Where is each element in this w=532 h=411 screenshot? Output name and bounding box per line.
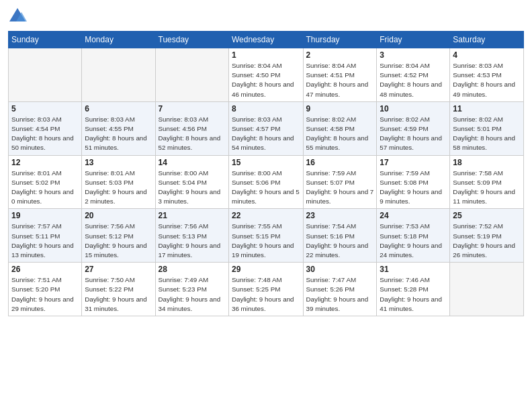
day-number: 13	[85, 158, 152, 167]
day-info: Sunrise: 8:02 AMSunset: 4:59 PMDaylight:…	[380, 115, 447, 153]
logo-icon	[8, 7, 27, 26]
day-number: 16	[306, 158, 374, 167]
calendar-day-cell: 31Sunrise: 7:46 AMSunset: 5:28 PMDayligh…	[377, 263, 450, 316]
day-number: 6	[85, 104, 152, 113]
page-container: SundayMondayTuesdayWednesdayThursdayFrid…	[0, 0, 532, 411]
calendar-week-row: 26Sunrise: 7:51 AMSunset: 5:20 PMDayligh…	[9, 263, 524, 316]
day-info: Sunrise: 8:03 AMSunset: 4:55 PMDaylight:…	[85, 115, 152, 153]
day-info: Sunrise: 8:03 AMSunset: 4:54 PMDaylight:…	[11, 115, 79, 153]
day-info: Sunrise: 7:55 AMSunset: 5:15 PMDaylight:…	[232, 222, 300, 260]
calendar-day-cell: 24Sunrise: 7:53 AMSunset: 5:18 PMDayligh…	[377, 209, 450, 263]
calendar-day-cell: 18Sunrise: 7:58 AMSunset: 5:09 PMDayligh…	[450, 155, 524, 209]
day-info: Sunrise: 7:56 AMSunset: 5:12 PMDaylight:…	[85, 222, 152, 260]
day-info: Sunrise: 8:04 AMSunset: 4:52 PMDaylight:…	[380, 61, 447, 99]
day-number: 21	[159, 211, 226, 220]
calendar-day-cell: 13Sunrise: 8:01 AMSunset: 5:03 PMDayligh…	[82, 155, 155, 209]
day-number: 30	[306, 265, 374, 274]
calendar-table: SundayMondayTuesdayWednesdayThursdayFrid…	[8, 31, 524, 316]
day-info: Sunrise: 7:49 AMSunset: 5:23 PMDaylight:…	[159, 275, 226, 314]
day-info: Sunrise: 7:48 AMSunset: 5:25 PMDaylight:…	[232, 275, 300, 314]
day-header: Tuesday	[155, 32, 228, 48]
calendar-day-cell: 4Sunrise: 8:03 AMSunset: 4:53 PMDaylight…	[450, 48, 524, 102]
day-number: 27	[85, 265, 152, 274]
day-number: 25	[453, 211, 521, 220]
day-number: 3	[380, 50, 447, 60]
calendar-day-cell: 14Sunrise: 8:00 AMSunset: 5:04 PMDayligh…	[155, 155, 228, 209]
day-header: Thursday	[303, 32, 377, 48]
day-info: Sunrise: 7:58 AMSunset: 5:09 PMDaylight:…	[453, 169, 521, 207]
day-header: Sunday	[9, 32, 82, 48]
day-info: Sunrise: 7:59 AMSunset: 5:07 PMDaylight:…	[306, 169, 374, 207]
calendar-day-cell: 6Sunrise: 8:03 AMSunset: 4:55 PMDaylight…	[82, 101, 155, 155]
day-number: 31	[380, 265, 447, 274]
day-info: Sunrise: 8:02 AMSunset: 5:01 PMDaylight:…	[453, 115, 521, 153]
calendar-day-cell: 25Sunrise: 7:52 AMSunset: 5:19 PMDayligh…	[450, 209, 524, 263]
day-info: Sunrise: 8:00 AMSunset: 5:06 PMDaylight:…	[232, 169, 300, 207]
day-info: Sunrise: 8:01 AMSunset: 5:03 PMDaylight:…	[85, 169, 152, 207]
day-number: 23	[306, 211, 374, 220]
calendar-day-cell: 8Sunrise: 8:03 AMSunset: 4:57 PMDaylight…	[228, 101, 303, 155]
day-header: Wednesday	[228, 32, 303, 48]
day-info: Sunrise: 7:56 AMSunset: 5:13 PMDaylight:…	[159, 222, 226, 260]
calendar-day-cell: 19Sunrise: 7:57 AMSunset: 5:11 PMDayligh…	[9, 209, 82, 263]
day-info: Sunrise: 8:03 AMSunset: 4:57 PMDaylight:…	[232, 115, 300, 153]
logo	[8, 7, 30, 26]
calendar-day-cell: 3Sunrise: 8:04 AMSunset: 4:52 PMDaylight…	[377, 48, 450, 102]
day-number: 8	[232, 104, 300, 113]
calendar-week-row: 5Sunrise: 8:03 AMSunset: 4:54 PMDaylight…	[9, 101, 524, 155]
calendar-day-cell: 29Sunrise: 7:48 AMSunset: 5:25 PMDayligh…	[228, 263, 303, 316]
day-info: Sunrise: 7:53 AMSunset: 5:18 PMDaylight:…	[380, 222, 447, 260]
calendar-day-cell: 5Sunrise: 8:03 AMSunset: 4:54 PMDaylight…	[9, 101, 82, 155]
calendar-day-cell: 15Sunrise: 8:00 AMSunset: 5:06 PMDayligh…	[228, 155, 303, 209]
calendar-day-cell: 20Sunrise: 7:56 AMSunset: 5:12 PMDayligh…	[82, 209, 155, 263]
calendar-week-row: 12Sunrise: 8:01 AMSunset: 5:02 PMDayligh…	[9, 155, 524, 209]
day-info: Sunrise: 7:47 AMSunset: 5:26 PMDaylight:…	[306, 275, 374, 314]
calendar-day-cell: 28Sunrise: 7:49 AMSunset: 5:23 PMDayligh…	[155, 263, 228, 316]
calendar-day-cell: 7Sunrise: 8:03 AMSunset: 4:56 PMDaylight…	[155, 101, 228, 155]
day-info: Sunrise: 7:57 AMSunset: 5:11 PMDaylight:…	[11, 222, 79, 260]
calendar-day-cell: 22Sunrise: 7:55 AMSunset: 5:15 PMDayligh…	[228, 209, 303, 263]
calendar-week-row: 1Sunrise: 8:04 AMSunset: 4:50 PMDaylight…	[9, 48, 524, 102]
calendar-header-row: SundayMondayTuesdayWednesdayThursdayFrid…	[9, 32, 524, 48]
calendar-day-cell: 26Sunrise: 7:51 AMSunset: 5:20 PMDayligh…	[9, 263, 82, 316]
calendar-day-cell: 9Sunrise: 8:02 AMSunset: 4:58 PMDaylight…	[303, 101, 377, 155]
day-header: Friday	[377, 32, 450, 48]
day-header: Monday	[82, 32, 155, 48]
day-info: Sunrise: 8:04 AMSunset: 4:51 PMDaylight:…	[306, 61, 374, 99]
calendar-day-cell: 10Sunrise: 8:02 AMSunset: 4:59 PMDayligh…	[377, 101, 450, 155]
day-info: Sunrise: 7:54 AMSunset: 5:16 PMDaylight:…	[306, 222, 374, 260]
day-number: 20	[85, 211, 152, 220]
day-number: 5	[11, 104, 79, 113]
day-number: 22	[232, 211, 300, 220]
day-info: Sunrise: 8:04 AMSunset: 4:50 PMDaylight:…	[232, 61, 300, 99]
day-number: 19	[11, 211, 79, 220]
day-number: 10	[380, 104, 447, 113]
day-info: Sunrise: 7:46 AMSunset: 5:28 PMDaylight:…	[380, 275, 447, 314]
day-number: 26	[11, 265, 79, 274]
calendar-day-cell: 16Sunrise: 7:59 AMSunset: 5:07 PMDayligh…	[303, 155, 377, 209]
day-info: Sunrise: 8:01 AMSunset: 5:02 PMDaylight:…	[11, 169, 79, 207]
day-number: 1	[232, 50, 300, 60]
day-number: 11	[453, 104, 521, 113]
day-info: Sunrise: 8:03 AMSunset: 4:56 PMDaylight:…	[159, 115, 226, 153]
day-number: 29	[232, 265, 300, 274]
day-number: 7	[159, 104, 226, 113]
calendar-day-cell: 21Sunrise: 7:56 AMSunset: 5:13 PMDayligh…	[155, 209, 228, 263]
header	[8, 7, 524, 26]
calendar-day-cell: 12Sunrise: 8:01 AMSunset: 5:02 PMDayligh…	[9, 155, 82, 209]
calendar-day-cell: 17Sunrise: 7:59 AMSunset: 5:08 PMDayligh…	[377, 155, 450, 209]
day-info: Sunrise: 7:51 AMSunset: 5:20 PMDaylight:…	[11, 275, 79, 314]
calendar-day-cell: 11Sunrise: 8:02 AMSunset: 5:01 PMDayligh…	[450, 101, 524, 155]
day-info: Sunrise: 7:59 AMSunset: 5:08 PMDaylight:…	[380, 169, 447, 207]
day-number: 28	[159, 265, 226, 274]
day-info: Sunrise: 8:02 AMSunset: 4:58 PMDaylight:…	[306, 115, 374, 153]
day-number: 2	[306, 50, 374, 60]
calendar-day-cell	[155, 48, 228, 102]
calendar-day-cell: 23Sunrise: 7:54 AMSunset: 5:16 PMDayligh…	[303, 209, 377, 263]
day-number: 14	[159, 158, 226, 167]
calendar-day-cell: 30Sunrise: 7:47 AMSunset: 5:26 PMDayligh…	[303, 263, 377, 316]
day-number: 17	[380, 158, 447, 167]
day-header: Saturday	[450, 32, 524, 48]
day-number: 18	[453, 158, 521, 167]
day-number: 15	[232, 158, 300, 167]
